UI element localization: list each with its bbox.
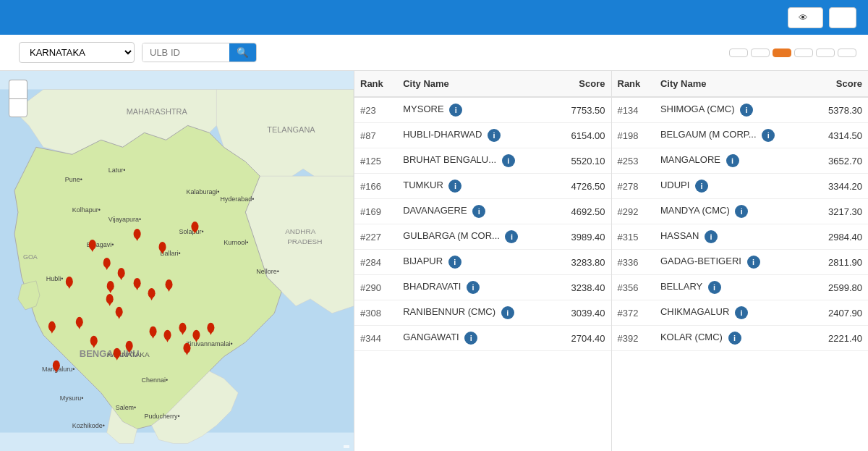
left-rank-header: Rank	[354, 71, 397, 97]
score-cell: 4726.50	[554, 174, 610, 199]
ulb-input[interactable]	[142, 43, 229, 62]
pagination	[729, 49, 856, 57]
info-icon[interactable]: i	[740, 104, 753, 117]
rank-cell: #290	[354, 275, 397, 300]
city-name: BELGAUM (M CORP...	[660, 129, 757, 140]
info-icon[interactable]: i	[735, 306, 748, 319]
zoom-out-button[interactable]	[9, 98, 27, 117]
left-rankings-table: Rank City Name Score #23 MYSORE i 7753.5…	[354, 71, 611, 351]
city-cell: CHIKMAGALUR i	[655, 300, 812, 326]
right-rankings-table: Rank City Name Score #134 SHIMOGA (CMC) …	[612, 71, 869, 351]
ulb-search-button[interactable]: 🔍	[229, 43, 256, 62]
rank-cell: #23	[354, 97, 397, 123]
city-name: GULBARGA (M COR...	[403, 230, 500, 241]
city-name: HASSAN	[660, 230, 699, 241]
last-button[interactable]	[838, 49, 856, 57]
rank-cell: #125	[354, 148, 397, 174]
info-icon[interactable]: i	[448, 256, 461, 269]
svg-text:Solapur•: Solapur•	[179, 228, 203, 235]
city-name: KOLAR (CMC)	[660, 332, 723, 342]
right-rank-header: Rank	[612, 71, 655, 97]
info-icon[interactable]: i	[464, 332, 477, 345]
score-cell: 4314.50	[812, 123, 868, 148]
city-cell: GULBARGA (M COR... i	[397, 224, 554, 250]
rank-cell: #227	[354, 224, 397, 250]
current-page-button[interactable]	[773, 49, 791, 57]
city-cell: HUBLI-DHARWAD i	[397, 123, 554, 148]
table-row: #23 MYSORE i 7753.50	[354, 97, 611, 123]
table-row: #169 DAVANAGERE i 4692.50	[354, 199, 611, 224]
rank-cell: #253	[612, 148, 655, 174]
info-icon[interactable]: i	[747, 256, 760, 269]
svg-text:PRADESH: PRADESH	[287, 237, 322, 245]
city-cell: GANGAWATI i	[397, 326, 554, 351]
city-cell: BHADRAVATI i	[397, 275, 554, 300]
table-row: #392 KOLAR (CMC) i 2221.40	[612, 326, 869, 351]
score-cell: 2599.80	[812, 275, 868, 300]
map-zoom-controls	[9, 80, 27, 117]
first-button[interactable]	[729, 49, 748, 57]
right-score-header: Score	[812, 71, 868, 97]
right-city-header: City Name	[655, 71, 812, 97]
toolbar-left: KARNATAKA 🔍	[12, 42, 257, 63]
rank-cell: #278	[612, 174, 655, 199]
city-name: CHIKMAGALUR	[660, 306, 729, 317]
city-cell: RANIBENNUR (CMC) i	[397, 300, 554, 326]
city-name: MANDYA (CMC)	[660, 205, 730, 216]
svg-text:GOA: GOA	[23, 253, 38, 261]
ulb-search-box: 🔍	[142, 43, 257, 62]
rank-cell: #292	[612, 199, 655, 224]
search-icon: 🔍	[237, 47, 249, 58]
info-icon[interactable]: i	[695, 180, 708, 193]
table-row: #198 BELGAUM (M CORP... i 4314.50	[612, 123, 869, 148]
score-cell: 2407.90	[812, 300, 868, 326]
info-icon[interactable]: i	[505, 230, 518, 243]
svg-text:MAHARASHTRA: MAHARASHTRA	[127, 107, 188, 116]
score-cell: 7753.50	[554, 97, 610, 123]
svg-text:TELANGANA: TELANGANA	[267, 125, 315, 134]
table-row: #278 UDUPI i 3344.20	[612, 174, 869, 199]
next-range-button[interactable]	[794, 49, 813, 57]
previous-button[interactable]	[751, 49, 770, 57]
info-icon[interactable]: i	[488, 129, 501, 142]
table-row: #227 GULBARGA (M COR... i 3989.40	[354, 224, 611, 250]
left-city-header: City Name	[397, 71, 554, 97]
next-button[interactable]	[816, 49, 835, 57]
rank-cell: #336	[612, 250, 655, 275]
score-cell: 2221.40	[812, 326, 868, 351]
info-icon[interactable]: i	[726, 154, 739, 167]
info-icon[interactable]: i	[501, 306, 514, 319]
rank-cell: #284	[354, 250, 397, 275]
score-cell: 3217.30	[812, 199, 868, 224]
info-icon[interactable]: i	[472, 205, 485, 218]
main-content: MAHARASHTRA TELANGANA ANDHRA PRADESH BEN…	[0, 71, 868, 451]
score-detail-button[interactable]: 👁	[788, 7, 823, 28]
info-icon[interactable]: i	[735, 205, 748, 218]
zoom-in-button[interactable]	[9, 80, 27, 98]
info-icon[interactable]: i	[502, 154, 515, 167]
info-icon[interactable]: i	[728, 332, 741, 345]
back-button[interactable]	[829, 7, 856, 28]
score-cell: 3344.20	[812, 174, 868, 199]
table-row: #290 BHADRAVATI i 3238.40	[354, 275, 611, 300]
info-icon[interactable]: i	[762, 129, 775, 142]
table-row: #166 TUMKUR i 4726.50	[354, 174, 611, 199]
info-icon[interactable]: i	[448, 180, 461, 193]
table-row: #253 MANGALORE i 3652.70	[612, 148, 869, 174]
state-select[interactable]: KARNATAKA	[19, 42, 135, 63]
rank-cell: #169	[354, 199, 397, 224]
score-cell: 2704.40	[554, 326, 610, 351]
svg-text:Mysuru•: Mysuru•	[60, 395, 84, 402]
info-icon[interactable]: i	[449, 104, 462, 117]
right-table-header: Rank City Name Score	[612, 71, 869, 97]
table-row: #344 GANGAWATI i 2704.40	[354, 326, 611, 351]
eye-icon: 👁	[799, 12, 808, 23]
info-icon[interactable]: i	[708, 281, 721, 294]
table-row: #284 BIJAPUR i 3283.80	[354, 250, 611, 275]
score-cell: 2984.40	[812, 224, 868, 250]
info-icon[interactable]: i	[467, 281, 480, 294]
svg-text:Pune•: Pune•	[65, 176, 82, 183]
rank-cell: #166	[354, 174, 397, 199]
info-icon[interactable]: i	[705, 230, 718, 243]
city-cell: DAVANAGERE i	[397, 199, 554, 224]
